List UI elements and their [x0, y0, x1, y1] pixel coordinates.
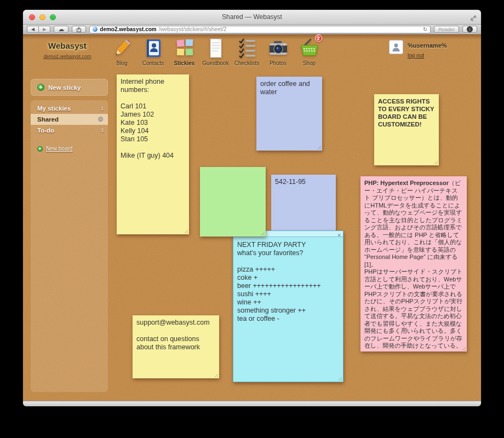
- shopping-basket-icon: 2: [299, 37, 320, 59]
- note-text: order coffee and water: [260, 80, 318, 96]
- sticky-note-access-rights[interactable]: ACCESS RIGHTS TO EVERY STICKY BOARD CAN …: [374, 94, 439, 165]
- status-bar: [23, 401, 481, 406]
- sticky-note-coffee[interactable]: order coffee and water: [256, 77, 322, 151]
- site-favicon-icon: [93, 27, 98, 32]
- logo-title: Webasyst: [32, 41, 103, 50]
- note-text: Internel phone numbers: Carl 101 James 1…: [121, 78, 185, 160]
- reader-button[interactable]: Reader: [434, 26, 459, 33]
- resize-handle[interactable]: [213, 372, 218, 377]
- downloads-button[interactable]: ↓: [462, 26, 477, 33]
- sidebar-item-my-stickies[interactable]: My stickies 1: [31, 103, 108, 114]
- notepad-icon: [205, 37, 227, 59]
- minimize-window-button[interactable]: [39, 14, 45, 20]
- nav-item-guestbook[interactable]: Guestbook: [200, 37, 231, 66]
- boards-panel: My stickies 1 Shared ⚙ To-do 3 + New boa…: [31, 100, 108, 392]
- sticky-note-phone-list[interactable]: Internel phone numbers: Carl 101 James 1…: [117, 74, 189, 234]
- sticky-note-party[interactable]: ✕ NEXT FRIDAY PARTY what's your favorite…: [233, 230, 343, 382]
- checklist-icon: [236, 37, 258, 59]
- window-title: Shared — Webasyst: [23, 10, 481, 24]
- new-sticky-button[interactable]: + New sticky: [31, 79, 108, 96]
- browser-toolbar: ◀ ▶ ☁ demo2.webasyst.com /webasyst/stick…: [23, 25, 481, 34]
- board-count: 1: [101, 106, 104, 111]
- note-text: 542-11-95: [275, 178, 332, 186]
- plus-icon: +: [37, 146, 43, 152]
- title-bar[interactable]: Shared — Webasyst: [23, 10, 481, 25]
- nav-item-shop[interactable]: 2 Shop: [294, 37, 325, 66]
- zoom-window-button[interactable]: [50, 14, 56, 20]
- nav-item-stickies[interactable]: Stickies: [169, 37, 200, 66]
- new-board-button[interactable]: + New board: [37, 146, 108, 152]
- nav-label: Shop: [294, 60, 325, 66]
- forward-button[interactable]: ▶: [38, 26, 50, 33]
- sticky-notes-icon: [174, 37, 196, 59]
- nav-label: Checklists: [231, 60, 262, 66]
- icloud-button[interactable]: ☁: [54, 26, 68, 33]
- browser-window: Shared — Webasyst ◀ ▶ ☁ demo2.webasyst.c…: [23, 10, 481, 406]
- address-book-icon: [142, 37, 164, 59]
- note-text: PHP: Hypertext Preprocessor（ビー・エイチ・ピー ハイ…: [364, 180, 463, 350]
- gear-icon[interactable]: ⚙: [98, 116, 104, 123]
- address-bar[interactable]: demo2.webasyst.com /webasyst/stickies/#/…: [89, 26, 431, 33]
- note-text: support@webasyst.com contact on question…: [136, 319, 215, 351]
- nav-item-contacts[interactable]: Contacts: [138, 37, 169, 66]
- logo-domain-link[interactable]: demo2.webasyst.com: [43, 54, 91, 59]
- share-icon: [76, 27, 82, 32]
- board-label: My stickies: [37, 105, 71, 112]
- sidebar-item-shared[interactable]: Shared ⚙: [31, 114, 108, 125]
- plus-icon: +: [37, 84, 44, 91]
- note-text: ACCESS RIGHTS TO EVERY STICKY BOARD CAN …: [378, 97, 435, 128]
- url-domain: demo2.webasyst.com: [100, 26, 156, 32]
- logout-link[interactable]: log out: [408, 53, 424, 59]
- app-nav: Blog Contacts Stickies Guestbook: [106, 37, 325, 66]
- close-icon[interactable]: ✕: [337, 233, 343, 238]
- nav-item-checklists[interactable]: Checklists: [231, 37, 262, 66]
- resize-handle[interactable]: [316, 145, 321, 149]
- share-button[interactable]: [72, 26, 86, 33]
- back-button[interactable]: ◀: [27, 26, 38, 33]
- window-resize-icon[interactable]: [470, 14, 477, 24]
- camera-icon: [267, 37, 289, 59]
- shop-badge: 2: [315, 34, 322, 42]
- app-logo: Webasyst demo2.webasyst.com: [32, 41, 103, 60]
- pencil-icon: [111, 37, 133, 59]
- nav-item-blog[interactable]: Blog: [106, 37, 138, 66]
- sticky-note-support[interactable]: support@webasyst.com contact on question…: [133, 315, 219, 378]
- sticky-note-php[interactable]: PHP: Hypertext Preprocessor（ビー・エイチ・ピー ハイ…: [360, 176, 467, 351]
- download-arrow-icon: ↓: [467, 26, 473, 32]
- sidebar-item-todo[interactable]: To-do 3: [31, 125, 108, 136]
- cork-board: Webasyst demo2.webasyst.com Blog Contact…: [23, 34, 481, 401]
- nav-label: Photos: [262, 60, 294, 66]
- reload-icon[interactable]: ↻: [423, 27, 427, 32]
- nav-label: Guestbook: [200, 60, 231, 66]
- nav-label: Contacts: [138, 60, 169, 66]
- new-sticky-label: New sticky: [48, 84, 81, 91]
- user-block: %username% log out: [389, 40, 447, 60]
- person-icon: [391, 42, 401, 52]
- nav-label: Stickies: [169, 60, 200, 66]
- avatar: [389, 40, 403, 54]
- close-window-button[interactable]: [29, 14, 35, 20]
- note-lead-text: PHP: Hypertext Preprocessor: [364, 180, 449, 186]
- sticky-note-empty-green[interactable]: [200, 167, 266, 237]
- resize-handle[interactable]: [433, 159, 438, 164]
- note-text: NEXT FRIDAY PARTY what's your favorites?…: [237, 241, 339, 323]
- resize-handle[interactable]: [337, 376, 342, 381]
- board-count: 3: [101, 128, 104, 133]
- note-body-text: （ビー・エイチ・ピー ハイパーテキスト プリプロセッサー）とは、動的にHTMLデ…: [364, 180, 462, 349]
- board-label: To-do: [37, 127, 54, 134]
- resize-handle[interactable]: [183, 228, 188, 233]
- board-label: Shared: [37, 116, 59, 123]
- nav-item-photos[interactable]: Photos: [262, 37, 294, 66]
- new-board-label: New board: [46, 146, 72, 152]
- url-path: /webasyst/stickies/#/sheet/2: [159, 26, 227, 32]
- resize-handle[interactable]: [260, 230, 265, 235]
- nav-label: Blog: [106, 60, 138, 66]
- username: %username%: [408, 42, 447, 49]
